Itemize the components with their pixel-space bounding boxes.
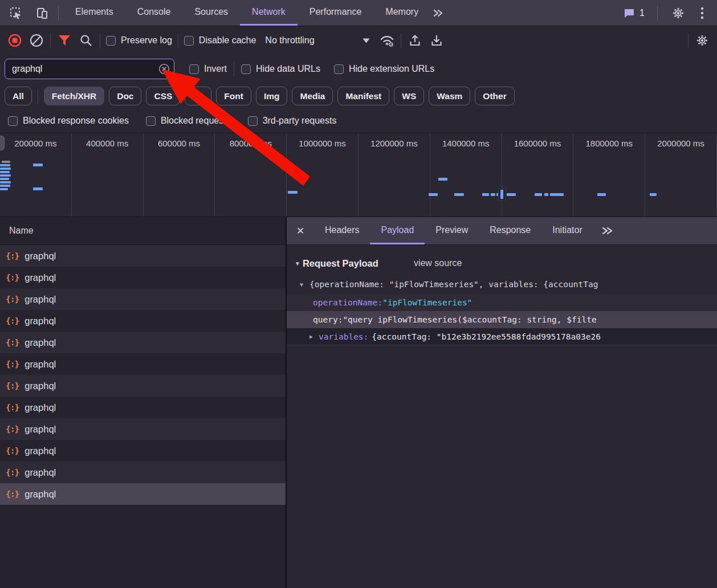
request-name: graphql <box>25 272 56 283</box>
hide-data-urls-label: Hide data URLs <box>256 64 320 74</box>
inspect-element-icon[interactable] <box>8 5 24 21</box>
filter-chip-media[interactable]: Media <box>292 87 333 105</box>
request-row-selected[interactable]: {:}graphql <box>0 483 286 505</box>
request-payload-section[interactable]: ▼ Request Payload view source <box>287 252 717 275</box>
filter-chip-js[interactable]: JS <box>185 87 211 105</box>
devtools-tabbar: Elements Console Sources Network Perform… <box>0 0 717 26</box>
checkbox[interactable] <box>8 116 18 126</box>
filter-chip-all[interactable]: All <box>5 87 32 105</box>
name-column-header[interactable]: Name <box>0 217 286 245</box>
tab-response[interactable]: Response <box>479 217 541 244</box>
issues-counter[interactable]: 1 <box>623 7 645 19</box>
checkbox[interactable] <box>189 64 199 74</box>
request-row[interactable]: {:}graphql <box>0 288 286 310</box>
throttling-select[interactable]: No throttling <box>262 35 373 46</box>
filter-chip-img[interactable]: Img <box>256 87 288 105</box>
checkbox[interactable] <box>184 36 194 46</box>
tab-performance[interactable]: Performance <box>298 0 374 26</box>
payload-query-row-highlighted[interactable]: query: "query ipFlowTimeseries($accountT… <box>287 311 717 328</box>
network-conditions-icon[interactable] <box>379 32 395 48</box>
tab-network[interactable]: Network <box>240 0 298 26</box>
blocked-requests-checkbox[interactable]: Blocked requests <box>146 116 231 126</box>
name-header-label: Name <box>9 226 34 236</box>
request-bar <box>0 171 10 173</box>
checkbox[interactable] <box>241 64 251 74</box>
more-detail-tabs-icon[interactable] <box>593 217 622 244</box>
tab-memory[interactable]: Memory <box>373 0 430 26</box>
tab-preview[interactable]: Preview <box>425 217 479 244</box>
request-row[interactable]: {:}graphql <box>0 353 286 375</box>
selected-request-marker <box>498 188 506 201</box>
tab-console[interactable]: Console <box>125 0 183 26</box>
settings-gear-icon[interactable] <box>670 5 686 21</box>
request-row[interactable]: {:}graphql <box>0 332 286 353</box>
hide-extension-urls-checkbox[interactable]: Hide extension URLs <box>334 64 434 74</box>
payload-operation-row[interactable]: operationName: "ipFlowTimeseries" <box>287 294 717 311</box>
filter-chip-css[interactable]: CSS <box>146 87 180 105</box>
filter-chip-doc[interactable]: Doc <box>109 87 141 105</box>
close-details-icon[interactable]: ✕ <box>287 217 314 244</box>
disable-cache-label: Disable cache <box>199 35 256 46</box>
request-bar <box>535 193 542 196</box>
details-tabstrip: ✕ Headers Payload Preview Response Initi… <box>287 217 717 245</box>
payload-section-title: Request Payload <box>303 258 378 269</box>
filter-chip-font[interactable]: Font <box>216 87 251 105</box>
divider <box>50 33 51 48</box>
blocked-response-cookies-checkbox[interactable]: Blocked response cookies <box>8 116 129 126</box>
filter-chip-manifest[interactable]: Manifest <box>337 87 389 105</box>
export-har-icon[interactable] <box>429 32 445 48</box>
request-name: graphql <box>25 381 56 391</box>
filter-chip-wasm[interactable]: Wasm <box>429 87 470 105</box>
tab-initiator[interactable]: Initiator <box>541 217 593 244</box>
third-party-requests-checkbox[interactable]: 3rd-party requests <box>248 116 337 126</box>
request-row[interactable]: {:}graphql <box>0 440 286 462</box>
record-network-log-icon[interactable] <box>7 32 23 48</box>
timeline-scroll-handle[interactable] <box>0 136 5 150</box>
disclosure-open-icon[interactable]: ▼ <box>300 281 303 288</box>
filter-chip-ws[interactable]: WS <box>394 87 424 105</box>
disclosure-open-icon[interactable]: ▼ <box>295 260 300 267</box>
request-name: graphql <box>25 337 56 348</box>
request-row[interactable]: {:}graphql <box>0 418 286 440</box>
tab-headers[interactable]: Headers <box>314 217 370 244</box>
checkbox[interactable] <box>106 36 116 46</box>
invert-label: Invert <box>204 64 227 74</box>
request-row[interactable]: {:}graphql <box>0 397 286 418</box>
view-source-link[interactable]: view source <box>414 258 462 268</box>
more-tabs-icon[interactable] <box>430 5 446 21</box>
payload-root-row[interactable]: ▼ {operationName: "ipFlowTimeseries", va… <box>287 275 717 294</box>
clear-network-log-icon[interactable] <box>28 32 44 48</box>
clear-filter-icon[interactable] <box>158 63 170 75</box>
preserve-log-checkbox[interactable]: Preserve log <box>106 35 172 46</box>
tab-sources[interactable]: Sources <box>182 0 240 26</box>
checkbox[interactable] <box>146 116 156 126</box>
request-row[interactable]: {:}graphql <box>0 245 286 267</box>
request-row[interactable]: {:}graphql <box>0 310 286 332</box>
filter-input[interactable] <box>5 59 174 79</box>
import-har-icon[interactable] <box>407 32 423 48</box>
search-icon[interactable] <box>78 32 94 48</box>
disable-cache-checkbox[interactable]: Disable cache <box>184 35 256 46</box>
checkbox[interactable] <box>248 116 258 126</box>
network-settings-gear-icon[interactable] <box>694 32 710 48</box>
hide-data-urls-checkbox[interactable]: Hide data URLs <box>241 64 320 74</box>
invert-checkbox[interactable]: Invert <box>189 64 227 74</box>
filter-icon[interactable] <box>56 32 72 48</box>
more-options-icon[interactable] <box>694 5 710 21</box>
divider <box>100 33 100 48</box>
disclosure-closed-icon[interactable]: ▶ <box>309 333 313 340</box>
payload-variables-row[interactable]: ▶ variables: {accountTag: "b12e3b2192ee5… <box>287 328 717 345</box>
tab-payload[interactable]: Payload <box>370 217 425 244</box>
checkbox[interactable] <box>334 64 344 74</box>
divider <box>401 33 401 48</box>
request-row[interactable]: {:}graphql <box>0 267 286 288</box>
request-type-chips: All Fetch/XHR Doc CSS JS Font Img Media … <box>0 83 717 109</box>
preserve-log-label: Preserve log <box>121 35 172 46</box>
request-row[interactable]: {:}graphql <box>0 375 286 397</box>
device-toolbar-icon[interactable] <box>34 5 50 21</box>
filter-chip-fetch-xhr[interactable]: Fetch/XHR <box>44 87 104 105</box>
tab-elements[interactable]: Elements <box>63 0 125 26</box>
network-overview-timeline[interactable]: 200000 ms 400000 ms 600000 ms 800000 ms … <box>0 133 717 217</box>
request-row[interactable]: {:}graphql <box>0 462 286 483</box>
filter-chip-other[interactable]: Other <box>475 87 514 105</box>
